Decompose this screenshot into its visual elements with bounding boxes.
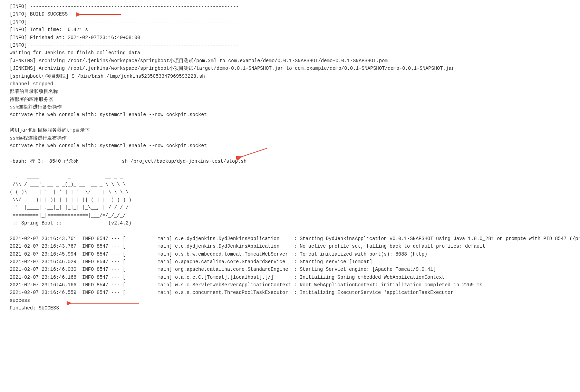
- terminal-output-container: [INFO] ---------------------------------…: [10, 3, 570, 312]
- log-line-14: Activate the web console with: systemctl…: [10, 111, 570, 118]
- log-line-6: Waiting for Jenkins to finish collecting…: [10, 49, 570, 57]
- log-line-39: Finished: SUCCESS: [10, 304, 570, 312]
- log-line-16: 拷贝jar包到目标服务器的tmp目录下: [10, 126, 570, 134]
- log-line-15: [10, 119, 570, 126]
- log-line-21: [10, 165, 570, 173]
- log-line-4: [INFO] Finished at: 2021-02-07T23:16:40+…: [10, 34, 570, 41]
- terminal-output: [INFO] ---------------------------------…: [10, 3, 570, 312]
- log-line-34: 2021-02-07 23:16:46.030 INFO 8547 --- [ …: [10, 266, 570, 273]
- log-line-8: [JENKINS] Archiving /root/.jenkins/works…: [10, 65, 570, 72]
- log-line-3: [INFO] Total time: 6.421 s: [10, 26, 570, 34]
- log-line-30: 2021-02-07 23:16:43.761 INFO 8547 --- [ …: [10, 235, 570, 242]
- log-line-29: [10, 227, 570, 235]
- log-line-36: 2021-02-07 23:16:46.166 INFO 8547 --- [ …: [10, 281, 570, 289]
- log-line-25: \\/ ___)| |_)| | | | | || (_| | ) ) ) ): [10, 196, 570, 204]
- log-line-27: =========|_|==============|___/=/_/_/_/: [10, 212, 570, 219]
- log-line-5: [INFO] ---------------------------------…: [10, 41, 570, 49]
- log-line-11: 部署的目录和项目名称: [10, 88, 570, 95]
- log-line-24: ( ( )\___ | '_ | '_| | '_ \/ _` | \ \ \ …: [10, 188, 570, 196]
- log-line-19: [10, 150, 570, 157]
- log-line-38: success: [10, 297, 570, 304]
- log-line-1: [INFO] BUILD SUCCESS: [10, 10, 570, 18]
- log-line-17: ssh远程连接进行发布操作: [10, 134, 570, 142]
- log-line-37: 2021-02-07 23:16:46.559 INFO 8547 --- [ …: [10, 289, 570, 296]
- log-line-13: ssh连接并进行备份操作: [10, 103, 570, 111]
- log-line-33: 2021-02-07 23:16:46.029 INFO 8547 --- [ …: [10, 258, 570, 266]
- log-line-23: /\\ / ___'_ __ _ _(_)_ __ __ _ \ \ \ \: [10, 181, 570, 188]
- log-line-7: [JENKINS] Archiving /root/.jenkins/works…: [10, 57, 570, 65]
- log-line-9: [springboot小项目测试] $ /bin/bash /tmp/jenki…: [10, 73, 570, 80]
- log-line-35: 2021-02-07 23:16:46.166 INFO 8547 --- [ …: [10, 274, 570, 281]
- log-line-31: 2021-02-07 23:16:43.767 INFO 8547 --- [ …: [10, 242, 570, 250]
- log-line-2: [INFO] ---------------------------------…: [10, 18, 570, 26]
- log-line-10: channel stopped: [10, 80, 570, 88]
- log-line-28: :: Spring Boot :: (v2.4.2): [10, 219, 570, 227]
- log-line-12: 待部署的应用服务器: [10, 96, 570, 103]
- log-line-0: [INFO] ---------------------------------…: [10, 3, 570, 10]
- log-line-26: ' |____| .__|_| |_|_| |_\__, | / / / /: [10, 204, 570, 211]
- log-line-20: -bash: 行 3: 8540 已杀死 sh /project/backup/…: [10, 157, 570, 165]
- log-line-32: 2021-02-07 23:16:45.994 INFO 8547 --- [ …: [10, 250, 570, 258]
- log-line-22: . ____ _ __ _ _: [10, 173, 570, 181]
- log-line-18: Activate the web console with: systemctl…: [10, 142, 570, 150]
